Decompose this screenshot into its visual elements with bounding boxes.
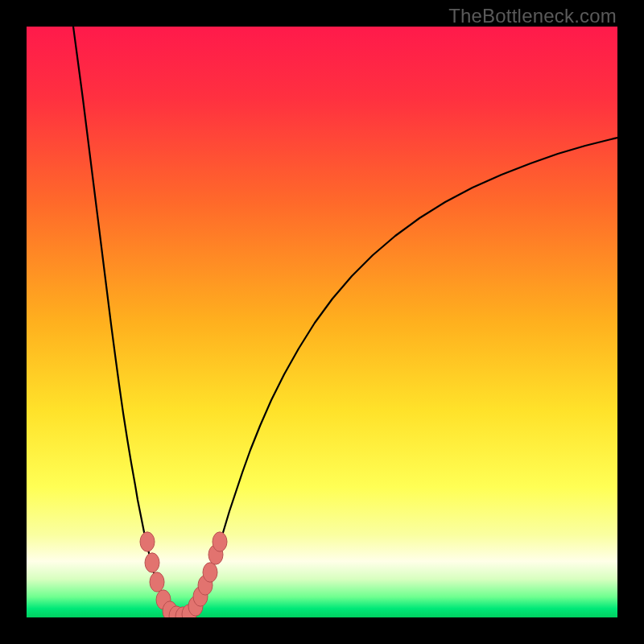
data-marker xyxy=(140,532,155,551)
watermark-text: TheBottleneck.com xyxy=(448,5,617,27)
plot-area xyxy=(27,27,617,617)
outer-frame: TheBottleneck.com xyxy=(0,0,644,644)
data-marker xyxy=(213,532,227,551)
gradient-background xyxy=(27,27,617,617)
data-marker xyxy=(150,572,164,592)
data-marker xyxy=(145,553,159,572)
chart-svg xyxy=(27,27,617,617)
data-marker xyxy=(203,563,217,582)
